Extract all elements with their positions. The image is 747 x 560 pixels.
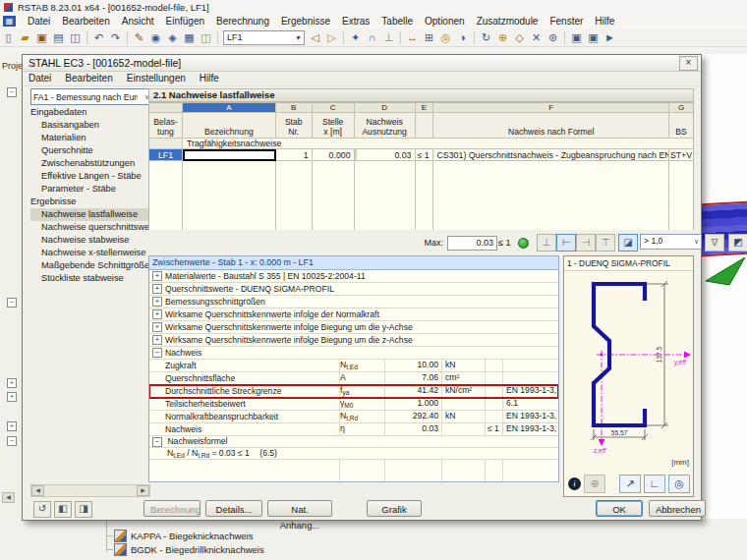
details-row-bemessungsschnittgroessen[interactable]: + Bemessungsschnittgrößen xyxy=(149,296,558,308)
diagram-icon[interactable]: ∩ xyxy=(364,30,380,45)
render-icon[interactable]: ◑ xyxy=(454,30,471,45)
nav-horizontal-scrollbar[interactable]: ◀ ▶ xyxy=(30,484,150,497)
move-icon[interactable]: ⊕ xyxy=(494,30,511,45)
iso-view-icon[interactable]: ◇ xyxy=(511,30,528,45)
prev-loadcase-icon[interactable]: ◁ xyxy=(307,30,323,45)
nat-anhang-button[interactable]: Nat. Anhang... xyxy=(267,500,332,517)
expand-icon[interactable]: + xyxy=(152,335,162,345)
view-3d-icon[interactable]: ◈ xyxy=(164,30,181,45)
details-row-teilsicherheitsbeiwert[interactable]: Teilsicherheitsbeiwert γM0 1.000 6.1 xyxy=(149,398,558,411)
result-display-2-icon[interactable]: ⊢ xyxy=(556,234,576,252)
nav-item-materialien[interactable]: Materialien xyxy=(30,132,148,144)
details-row-nachweisformel[interactable]: − Nachweisformel xyxy=(149,436,558,448)
info-icon[interactable]: i xyxy=(568,477,581,490)
column-letter-a[interactable]: A xyxy=(183,103,276,113)
results-icon[interactable]: ✦ xyxy=(347,30,364,45)
column-letter-f[interactable]: F xyxy=(433,103,669,113)
nav-item-massgebende-schnittgroessen[interactable]: Maßgebende Schnittgrößen sta xyxy=(30,259,148,272)
scroll-right-icon[interactable]: ▶ xyxy=(137,485,149,496)
scroll-left-icon[interactable]: ◀ xyxy=(31,485,44,496)
expand-icon[interactable]: + xyxy=(152,297,162,307)
rotate-icon[interactable]: ↻ xyxy=(478,30,494,45)
details-row-streckgrenze-highlighted[interactable]: Durchschnittliche Streckgrenze fya 41.42… xyxy=(149,385,558,398)
ok-button[interactable]: OK xyxy=(596,500,643,517)
details-row-normalkraftbeanspruchbarkeit[interactable]: Normalkraftbeanspruchbarkeit Nt,Rd 292.4… xyxy=(149,411,558,423)
graphic-workspace[interactable] xyxy=(700,54,747,560)
grafik-button[interactable]: Grafik xyxy=(367,500,422,517)
column-letter-c[interactable]: C xyxy=(313,103,355,113)
tree-expand-icon[interactable]: + xyxy=(7,421,17,431)
details-row-wirksame-normalkraft[interactable]: + Wirksame Querschnittskennwerte infolge… xyxy=(149,308,558,321)
results-table[interactable]: A B C D E F G Belas-tung Bezeichnung Sta… xyxy=(148,102,694,230)
supports-icon[interactable]: ⊥ xyxy=(380,30,397,45)
expand-icon[interactable]: + xyxy=(152,322,162,332)
copy-icon[interactable]: ◫ xyxy=(67,30,84,45)
design-case-combo[interactable]: FA1 - Bemessung nach Eurocod ∨ xyxy=(30,88,152,105)
window-menu-icon[interactable]: ▦ xyxy=(3,16,16,27)
tree-collapse-icon[interactable]: − xyxy=(7,87,17,97)
cell-stab-nr[interactable]: 1 xyxy=(276,149,313,161)
nav-item-nachweise-lastfallweise[interactable]: Nachweise lastfallweise xyxy=(30,208,148,221)
result-display-4-icon[interactable]: ⊤ xyxy=(596,234,615,252)
tree-expand-icon[interactable]: + xyxy=(7,378,17,388)
details-row-querschnittsflaeche[interactable]: Querschnittsfläche A 7.06 cm² xyxy=(149,372,558,385)
dimensions-icon[interactable]: ↔ xyxy=(404,30,421,45)
next-module-window-icon[interactable]: ◨ xyxy=(75,501,92,518)
nav-item-basisangaben[interactable]: Basisangaben xyxy=(30,119,148,132)
section-view-icon[interactable]: ◪ xyxy=(618,234,638,252)
dialog-menu-einstellungen[interactable]: Einstellungen xyxy=(121,72,194,84)
nav-item-querschnitte[interactable]: Querschnitte xyxy=(30,144,148,157)
menu-berechnung[interactable]: Berechnung xyxy=(210,15,275,28)
expand-icon[interactable]: + xyxy=(152,309,162,319)
panel-a-icon[interactable]: ▣ xyxy=(568,30,585,45)
filter-combo[interactable]: ∨ > 1,0 xyxy=(640,234,702,250)
nav-item-parameter-staebe[interactable]: Parameter - Stäbe xyxy=(30,183,148,196)
menu-tabelle[interactable]: Tabelle xyxy=(375,15,419,28)
details-row-materialwerte[interactable]: + Materialwerte - Baustahl S 355 | EN 10… xyxy=(149,270,558,283)
table-row[interactable]: LF1 1 0.000 0.03 ≤ 1 CS301) Querschnitts… xyxy=(149,149,693,161)
load-case-combo[interactable]: LF1 ▼ xyxy=(223,30,305,45)
table-icon[interactable]: ▦ xyxy=(181,30,198,45)
undo-icon[interactable]: ↶ xyxy=(90,30,107,45)
tree-collapse-icon[interactable]: − xyxy=(7,298,17,308)
collapse-icon[interactable]: − xyxy=(152,348,162,358)
column-letter-b[interactable]: B xyxy=(276,103,313,113)
open-folder-icon[interactable]: ▰ xyxy=(17,30,33,45)
tree-collapse-icon[interactable]: − xyxy=(7,436,17,446)
scroll-left-icon[interactable]: ◀ xyxy=(2,492,15,503)
cell-cond[interactable]: ≤ 1 xyxy=(416,149,434,161)
details-button[interactable]: Details... xyxy=(205,500,262,517)
pan-hand-icon[interactable]: ⊕ xyxy=(584,475,605,493)
new-file-icon[interactable]: ▯ xyxy=(0,30,17,45)
cell-bs[interactable]: ST+V xyxy=(669,149,693,161)
delete-icon[interactable]: ✕ xyxy=(528,30,545,45)
filter-icon[interactable]: ∇ xyxy=(705,234,724,252)
nav-item-stueckliste-stabweise[interactable]: Stückliste stabweise xyxy=(30,272,148,285)
nav-item-effektive-laengen[interactable]: Effektive Längen - Stäbe xyxy=(30,170,148,183)
expand-icon[interactable]: + xyxy=(152,271,162,281)
cell-stelle[interactable]: 0.000 xyxy=(313,149,355,161)
zoom-icon[interactable]: ◉ xyxy=(147,30,164,45)
prev-module-window-icon[interactable]: ◧ xyxy=(54,501,72,518)
details-row-wirksame-y-achse[interactable]: + Wirksame Querschnittskennwerte infolge… xyxy=(149,321,558,334)
dimensioning-icon[interactable]: ↗ xyxy=(619,475,641,493)
cell-formel[interactable]: CS301) Querschnittsnachweis - Zugbeanspr… xyxy=(433,149,669,161)
panels-icon[interactable]: ◫ xyxy=(198,30,214,45)
visibility-icon[interactable]: ◎ xyxy=(437,30,454,45)
menu-optionen[interactable]: Optionen xyxy=(419,15,471,28)
menu-datei[interactable]: Datei xyxy=(22,15,56,28)
print-icon[interactable]: ▤ xyxy=(50,30,67,45)
expand-icon[interactable]: + xyxy=(152,284,162,294)
menu-hilfe[interactable]: Hilfe xyxy=(589,15,620,28)
menu-fenster[interactable]: Fenster xyxy=(544,15,589,28)
dialog-menu-datei[interactable]: Datei xyxy=(23,72,59,84)
collapse-icon[interactable]: − xyxy=(152,437,162,447)
cell-bezeichnung[interactable] xyxy=(183,149,276,161)
tree-expand-icon[interactable]: + xyxy=(7,392,17,402)
result-display-1-icon[interactable]: ⊥ xyxy=(537,234,556,252)
nav-group-eingabedaten[interactable]: Eingabedaten xyxy=(30,106,148,119)
menu-ergebnisse[interactable]: Ergebnisse xyxy=(275,15,336,28)
details-row-zugkraft[interactable]: Zugkraft Nt,Ed 10.00 kN xyxy=(149,360,558,372)
save-icon[interactable]: ▣ xyxy=(33,30,50,45)
menu-extras[interactable]: Extras xyxy=(336,15,375,28)
